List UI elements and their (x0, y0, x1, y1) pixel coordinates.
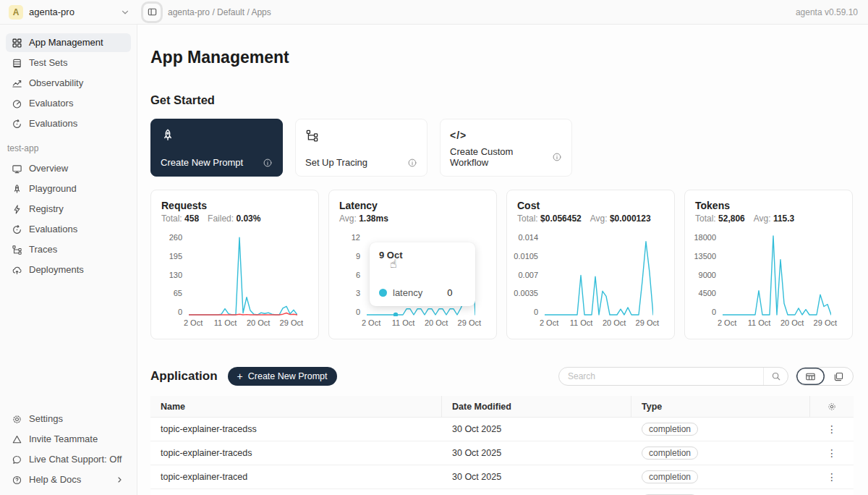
x-axis: 2 Oct11 Oct20 Oct29 Oct (545, 316, 655, 328)
chart-stats: Total: 52,806 Avg: 115.3 (695, 213, 842, 224)
sidebar-item-label: Registry (29, 203, 64, 215)
y-axis: 129630 (339, 233, 367, 316)
get-started-title: Get Started (150, 93, 854, 107)
sidebar-item-label: Overview (29, 163, 68, 174)
table-row[interactable]: topic-explainer-traced 30 Oct 2025 compl… (150, 465, 854, 489)
x-axis: 2 Oct11 Oct20 Oct29 Oct (189, 316, 299, 328)
sidebar-item-invite-teammate[interactable]: Invite Teammate (6, 430, 131, 449)
requests-chart[interactable] (189, 233, 297, 316)
y-axis: 1800013500900045000 (695, 233, 723, 316)
search-button[interactable] (763, 368, 788, 385)
breadcrumb[interactable]: agenta-pro / Default / Apps (168, 7, 271, 17)
sidebar-item-label: Evaluations (29, 224, 77, 235)
rocket-icon (12, 184, 22, 195)
row-menu-button[interactable]: ⋮ (822, 470, 841, 483)
create-new-prompt-button[interactable]: + Create New Prompt (228, 367, 337, 386)
sidebar-item-playground[interactable]: Playground (6, 179, 131, 198)
requests-chart-card: Requests Total: 458 Failed: 0.03% 260195… (150, 190, 319, 339)
row-menu-button[interactable]: ⋮ (822, 447, 841, 460)
view-toggle (796, 367, 854, 386)
sidebar-item-deployments[interactable]: Deployments (6, 261, 131, 279)
sidebar-item-traces[interactable]: Traces (6, 240, 131, 259)
type-badge: completion (642, 470, 698, 483)
cost-chart[interactable] (545, 233, 653, 316)
sidebar-item-app-management[interactable]: App Management (6, 33, 131, 52)
panel-left-icon (147, 7, 158, 17)
table-row[interactable]: topic-explainer-tracedss 30 Oct 2025 com… (150, 418, 854, 441)
sidebar-item-overview[interactable]: Overview (6, 159, 131, 178)
tree-icon (12, 245, 22, 255)
latency-chart-card: Latency Avg: 1.38ms 129630 2 Oct11 Oct20… (328, 190, 497, 339)
card-view-button[interactable] (825, 368, 853, 385)
application-section: Application + Create New Prompt (150, 367, 854, 495)
info-icon[interactable] (263, 158, 273, 168)
page-title: App Management (150, 48, 854, 67)
date-modified: 30 Oct 2025 (442, 472, 631, 482)
cost-chart-card: Cost Total: $0.056452 Avg: $0.000123 0.0… (506, 190, 675, 339)
set-up-tracing-card[interactable]: Set Up Tracing (295, 119, 427, 177)
info-icon[interactable] (407, 158, 417, 168)
sidebar-item-observability[interactable]: Observability (6, 74, 131, 93)
create-new-prompt-card[interactable]: Create New Prompt (150, 119, 283, 177)
sidebar-item-label: Live Chat Support: Off (29, 454, 122, 465)
chart-title: Tokens (695, 200, 842, 211)
table-row[interactable]: career-assessment 27 Oct 2025 completion… (150, 489, 854, 495)
version-label: agenta v0.59.10 (796, 7, 858, 17)
tracing-tree-icon (305, 127, 417, 143)
bolt-icon (12, 204, 22, 215)
tokens-chart[interactable] (723, 233, 831, 316)
series-dot (379, 289, 387, 297)
row-menu-button[interactable]: ⋮ (822, 423, 841, 436)
chevron-right-icon (114, 475, 125, 484)
workspace-avatar: A (9, 5, 23, 20)
sidebar-item-live-chat[interactable]: Live Chat Support: Off (6, 450, 131, 469)
cloud-up-icon (12, 265, 22, 276)
type-badge: completion (642, 423, 698, 436)
gauge-icon (12, 98, 22, 109)
column-header-name[interactable]: Name (150, 396, 442, 417)
x-axis: 2 Oct11 Oct20 Oct29 Oct (367, 316, 477, 328)
refresh-icon (12, 224, 22, 235)
table-header: Name Date Modified Type (150, 396, 854, 418)
column-header-type[interactable]: Type (631, 396, 810, 417)
code-icon: </> (450, 127, 562, 143)
chart-title: Cost (517, 200, 664, 211)
info-icon[interactable] (552, 152, 562, 162)
x-axis: 2 Oct11 Oct20 Oct29 Oct (723, 316, 833, 328)
sidebar: App Management Test Sets Observability E… (0, 25, 137, 495)
sidebar-item-evaluations-app[interactable]: Evaluations (6, 220, 131, 239)
search-input[interactable] (559, 371, 763, 381)
table-view-button[interactable] (796, 368, 825, 385)
sidebar-item-test-sets[interactable]: Test Sets (6, 54, 131, 72)
rocket-icon (161, 127, 273, 143)
workspace-selector[interactable]: A agenta-pro (9, 5, 130, 20)
sidebar-item-help-docs[interactable]: Help & Docs (6, 470, 131, 489)
application-title: Application (150, 369, 218, 384)
create-custom-workflow-card[interactable]: </> Create Custom Workflow (440, 119, 572, 177)
metrics-cards: Requests Total: 458 Failed: 0.03% 260195… (150, 190, 854, 339)
column-settings-button[interactable] (827, 402, 837, 412)
chart-stats: Total: $0.056452 Avg: $0.000123 (517, 213, 664, 224)
line-chart-icon (12, 78, 22, 89)
chart-title: Latency (339, 200, 486, 211)
sidebar-item-label: Evaluations (29, 118, 77, 130)
sidebar-item-label: App Management (29, 37, 103, 48)
column-header-date-modified[interactable]: Date Modified (442, 396, 631, 417)
monitor-icon (12, 164, 22, 174)
main-content: App Management Get Started Create New Pr… (137, 25, 868, 495)
app-name: topic-explainer-traced (150, 472, 442, 482)
sidebar-item-evaluations[interactable]: Evaluations (6, 114, 131, 133)
apps-table: Name Date Modified Type topic-explainer-… (150, 396, 854, 495)
sidebar-collapse-button[interactable] (143, 4, 161, 21)
table-row[interactable]: topic-explainer-traceds 30 Oct 2025 comp… (150, 441, 854, 465)
chat-icon (12, 454, 22, 465)
sidebar-item-registry[interactable]: Registry (6, 200, 131, 219)
y-axis: 0.0140.01050.0070.00350 (517, 233, 545, 316)
card-label: Create New Prompt (161, 157, 243, 168)
question-icon (12, 475, 22, 486)
sidebar-item-label: Deployments (29, 264, 84, 276)
tokens-chart-card: Tokens Total: 52,806 Avg: 115.3 18000135… (684, 190, 853, 339)
sidebar-item-settings[interactable]: Settings (6, 410, 131, 428)
sidebar-item-evaluators[interactable]: Evaluators (6, 94, 131, 113)
chart-stats: Avg: 1.38ms (339, 213, 486, 224)
